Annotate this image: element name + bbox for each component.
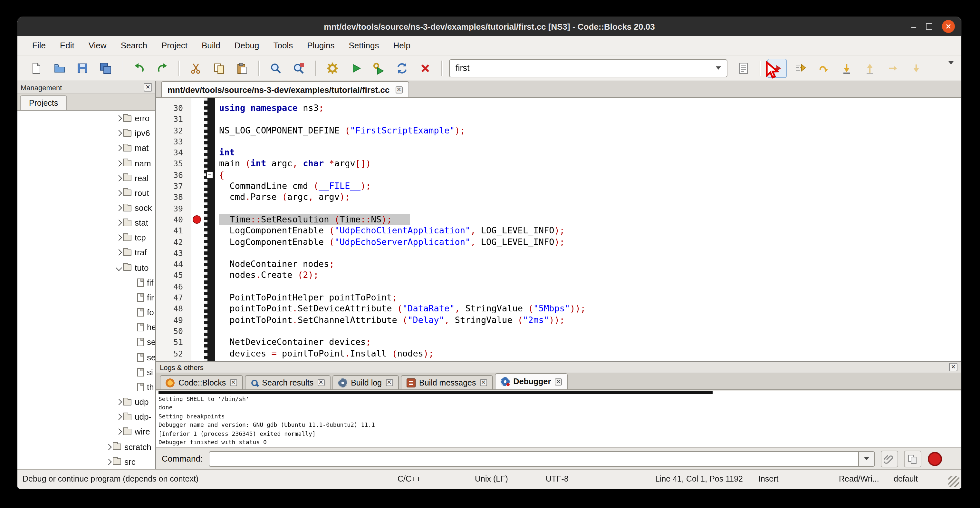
close-button[interactable]: ✕ [942, 20, 955, 33]
redo-button[interactable] [153, 58, 172, 78]
resize-grip[interactable] [948, 476, 959, 487]
incremental-search-button[interactable] [734, 58, 753, 78]
logs-tab-build-messages[interactable]: Build messages✕ [401, 375, 493, 389]
tab-projects[interactable]: Projects [20, 96, 67, 110]
chevron-right-icon[interactable] [114, 220, 123, 225]
chevron-right-icon[interactable] [114, 400, 123, 404]
tree-item-erro[interactable]: erro [18, 111, 155, 126]
chevron-right-icon[interactable] [114, 176, 123, 180]
tree-item-udp[interactable]: udp- [18, 409, 155, 424]
line-number[interactable]: 48 [156, 303, 191, 315]
toolbar-overflow-chevron[interactable] [948, 64, 954, 76]
chevron-right-icon[interactable] [114, 430, 123, 434]
fold-margin[interactable] [204, 114, 215, 125]
tree-item-sock[interactable]: sock [18, 201, 155, 215]
cut-button[interactable] [186, 58, 205, 78]
close-icon[interactable]: ✕ [949, 363, 958, 371]
run-button[interactable] [346, 58, 365, 78]
fold-margin[interactable] [204, 303, 215, 315]
tree-item-real[interactable]: real [18, 170, 155, 185]
tree-item-src[interactable]: src [18, 454, 155, 469]
undo-button[interactable] [129, 58, 149, 78]
tree-item-ipv6[interactable]: ipv6 [18, 126, 155, 140]
tree-item-fir[interactable]: fir [18, 290, 155, 305]
chevron-right-icon[interactable] [114, 236, 123, 240]
build-button[interactable] [323, 58, 342, 78]
step-out-button[interactable] [860, 58, 880, 78]
fold-margin[interactable] [204, 336, 215, 348]
next-line-button[interactable] [814, 58, 833, 78]
line-number[interactable]: 50 [156, 326, 191, 337]
tree-item-nam[interactable]: nam [18, 156, 155, 170]
menu-item-plugins[interactable]: Plugins [300, 38, 342, 53]
breakpoint-margin[interactable] [191, 170, 204, 181]
fold-margin[interactable] [204, 147, 215, 158]
fold-margin[interactable] [204, 281, 215, 292]
attach-button[interactable] [880, 450, 898, 467]
close-icon[interactable]: ✕ [395, 86, 402, 93]
tree-item-tuto[interactable]: tuto [18, 260, 155, 275]
tree-item-se[interactable]: se [18, 350, 155, 365]
breakpoint-margin[interactable] [191, 292, 204, 303]
replace-button[interactable] [289, 58, 309, 78]
search-input[interactable] [450, 63, 710, 73]
chevron-right-icon[interactable] [114, 414, 123, 419]
tree-item-si[interactable]: si [18, 365, 155, 379]
breakpoint-margin[interactable] [191, 258, 204, 270]
fold-margin[interactable] [204, 314, 215, 326]
menu-item-search[interactable]: Search [114, 38, 154, 53]
line-number[interactable]: 44 [156, 258, 191, 270]
chevron-right-icon[interactable] [104, 444, 113, 449]
line-number[interactable]: 35 [156, 158, 191, 170]
tree-item-fo[interactable]: fo [18, 305, 155, 320]
chevron-right-icon[interactable] [114, 250, 123, 255]
copy-log-button[interactable] [904, 450, 921, 467]
fold-margin[interactable] [204, 214, 215, 225]
next-instruction-button[interactable] [883, 58, 903, 78]
breakpoint-margin[interactable] [191, 102, 204, 114]
fold-margin[interactable] [204, 326, 215, 337]
breakpoint-margin[interactable] [191, 303, 204, 315]
line-number[interactable]: 36 [156, 170, 191, 181]
menu-item-tools[interactable]: Tools [266, 38, 300, 53]
line-number[interactable]: 39 [156, 203, 191, 214]
step-into-button[interactable] [837, 58, 856, 78]
chevron-right-icon[interactable] [114, 131, 123, 135]
fold-margin[interactable]: − [204, 170, 215, 181]
fold-margin[interactable] [204, 158, 215, 170]
tree-item-rout[interactable]: rout [18, 186, 155, 201]
close-icon[interactable]: ✕ [480, 379, 487, 386]
chevron-right-icon[interactable] [104, 459, 113, 464]
fold-margin[interactable] [204, 248, 215, 259]
breakpoint-margin[interactable] [191, 147, 204, 158]
abort-button[interactable] [415, 58, 435, 78]
line-number[interactable]: 52 [156, 348, 191, 359]
breakpoint-margin[interactable] [191, 281, 204, 292]
chevron-right-icon[interactable] [114, 161, 123, 166]
breakpoint-margin[interactable] [191, 136, 204, 147]
logs-tab-search-results[interactable]: Search results✕ [245, 375, 330, 389]
breakpoint-margin[interactable] [191, 125, 204, 136]
tree-item-he[interactable]: he [18, 320, 155, 334]
menu-item-debug[interactable]: Debug [228, 38, 266, 53]
stop-debugger-button[interactable] [928, 452, 942, 466]
menu-item-view[interactable]: View [81, 38, 114, 53]
tree-item-udp[interactable]: udp [18, 395, 155, 409]
line-number[interactable]: 43 [156, 248, 191, 259]
search-combobox[interactable] [449, 59, 727, 77]
command-input[interactable] [208, 451, 858, 467]
menu-item-build[interactable]: Build [194, 38, 228, 53]
code-editor[interactable]: 30using namespace ns3;3132NS_LOG_COMPONE… [156, 98, 961, 361]
menu-item-edit[interactable]: Edit [53, 38, 81, 53]
fold-margin[interactable] [204, 180, 215, 192]
fold-margin[interactable] [204, 203, 215, 214]
save-all-button[interactable] [96, 58, 115, 78]
chevron-right-icon[interactable] [114, 205, 123, 210]
fold-collapse-marker[interactable]: − [206, 172, 213, 178]
close-icon[interactable]: ✕ [317, 379, 325, 386]
fold-margin[interactable] [204, 236, 215, 248]
breakpoint-margin[interactable] [191, 158, 204, 170]
line-number[interactable]: 46 [156, 281, 191, 292]
tree-item-wire[interactable]: wire [18, 425, 155, 440]
breakpoint-margin[interactable] [191, 192, 204, 203]
